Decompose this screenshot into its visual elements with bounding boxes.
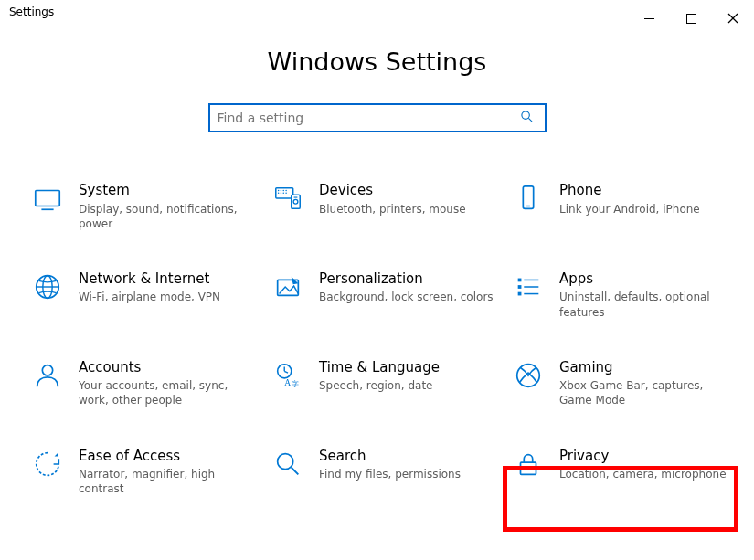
svg-point-15 (283, 193, 285, 195)
devices-icon (271, 182, 304, 215)
settings-item-title: Time & Language (319, 359, 497, 377)
svg-point-39 (278, 453, 293, 469)
settings-item-title: Phone (559, 182, 738, 200)
svg-line-35 (284, 371, 288, 373)
svg-point-4 (521, 111, 528, 119)
settings-item-system[interactable]: System Display, sound, notifications, po… (27, 178, 260, 235)
settings-item-ease[interactable]: Ease of Access Narrator, magnifier, high… (27, 444, 260, 501)
settings-item-title: Accounts (79, 359, 257, 377)
apps-icon (512, 270, 545, 303)
window-title: Settings (9, 5, 54, 18)
svg-line-40 (292, 467, 299, 474)
paint-icon (271, 270, 304, 303)
svg-rect-26 (518, 278, 522, 281)
svg-rect-1 (686, 14, 696, 23)
maximize-button[interactable] (670, 5, 712, 31)
settings-grid: System Display, sound, notifications, po… (27, 178, 727, 501)
svg-point-16 (285, 193, 287, 195)
settings-item-title: Network & Internet (79, 270, 257, 289)
svg-point-12 (285, 190, 287, 192)
globe-icon (31, 270, 64, 303)
settings-item-phone[interactable]: Phone Link your Android, iPhone (508, 178, 741, 235)
settings-item-desc: Wi-Fi, airplane mode, VPN (79, 290, 257, 304)
magnifier-icon (271, 448, 304, 481)
close-button[interactable] (712, 5, 754, 31)
settings-item-desc: Link your Android, iPhone (559, 202, 738, 217)
settings-item-privacy[interactable]: Privacy Location, camera, microphone (508, 444, 741, 501)
settings-item-title: Apps (559, 270, 738, 289)
settings-item-desc: Uninstall, defaults, optional features (559, 290, 738, 319)
settings-item-desc: Background, lock screen, colors (319, 290, 497, 304)
settings-item-personalization[interactable]: Personalization Background, lock screen,… (268, 267, 501, 323)
settings-item-time[interactable]: A 字 Time & Language Speech, region, date (268, 355, 501, 412)
settings-item-title: Gaming (559, 359, 738, 377)
settings-item-apps[interactable]: Apps Uninstall, defaults, optional featu… (508, 267, 741, 323)
settings-item-title: Personalization (319, 270, 497, 289)
svg-rect-41 (521, 462, 536, 474)
settings-item-search[interactable]: Search Find my files, permissions (268, 444, 501, 501)
settings-item-accounts[interactable]: Accounts Your accounts, email, sync, wor… (27, 355, 260, 412)
page-title: Windows Settings (268, 48, 487, 76)
settings-item-desc: Bluetooth, printers, mouse (319, 202, 497, 217)
settings-item-gaming[interactable]: Gaming Xbox Game Bar, captures, Game Mod… (508, 355, 741, 412)
svg-rect-6 (36, 191, 59, 206)
svg-point-14 (281, 193, 282, 195)
svg-point-10 (281, 190, 282, 192)
settings-item-desc: Xbox Game Bar, captures, Game Mode (559, 378, 738, 407)
settings-item-desc: Speech, region, date (319, 378, 497, 393)
window-controls (628, 5, 754, 31)
settings-item-title: Ease of Access (79, 448, 257, 466)
title-bar: Settings (0, 0, 754, 29)
system-icon (31, 182, 64, 215)
search-input[interactable] (218, 111, 516, 125)
svg-rect-30 (518, 292, 522, 296)
settings-item-desc: Location, camera, microphone (559, 467, 738, 481)
settings-item-desc: Narrator, magnifier, high contrast (79, 467, 257, 496)
settings-item-desc: Your accounts, email, sync, work, other … (79, 378, 257, 407)
settings-item-title: Devices (319, 182, 497, 200)
ease-of-access-icon (31, 448, 64, 481)
xbox-icon (512, 359, 545, 392)
settings-item-title: Search (319, 448, 497, 466)
time-language-icon: A 字 (271, 359, 304, 392)
settings-item-devices[interactable]: Devices Bluetooth, printers, mouse (268, 178, 501, 235)
settings-item-desc: Find my files, permissions (319, 467, 497, 481)
settings-item-network[interactable]: Network & Internet Wi-Fi, airplane mode,… (27, 267, 260, 323)
svg-point-32 (42, 365, 52, 375)
svg-point-9 (278, 190, 280, 192)
lock-icon (512, 448, 545, 481)
settings-item-title: Privacy (559, 448, 738, 466)
search-icon (516, 110, 537, 126)
settings-item-title: System (79, 182, 257, 200)
svg-point-13 (278, 193, 280, 195)
search-box[interactable] (208, 103, 547, 132)
svg-rect-20 (523, 186, 533, 209)
svg-rect-28 (518, 285, 522, 289)
main-content: Windows Settings System Display, sound, … (0, 29, 754, 501)
person-icon (31, 359, 64, 392)
phone-icon (512, 182, 545, 215)
settings-item-desc: Display, sound, notifications, power (79, 202, 257, 231)
svg-text:A: A (284, 378, 291, 387)
svg-line-5 (528, 118, 532, 122)
svg-text:字: 字 (292, 380, 299, 388)
svg-point-11 (283, 190, 285, 192)
minimize-button[interactable] (628, 5, 670, 31)
